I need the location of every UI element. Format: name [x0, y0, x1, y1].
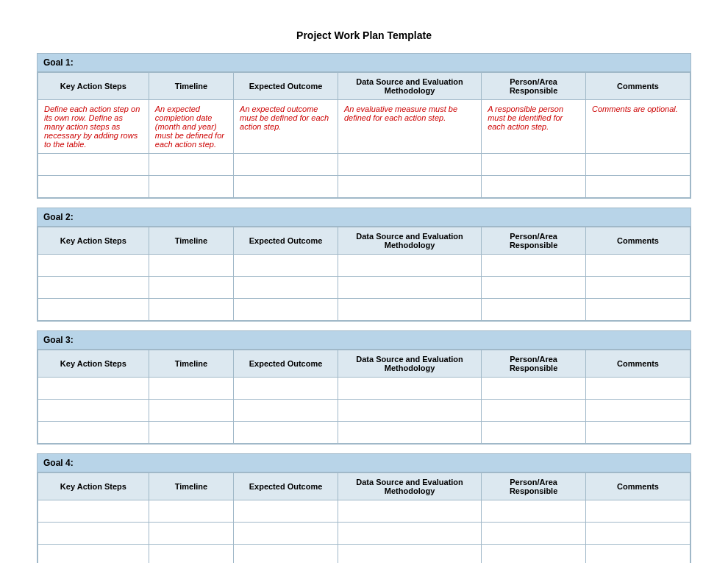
col-header-1: Timeline: [149, 350, 233, 378]
cell-timeline[interactable]: An expected completion date (month and y…: [149, 100, 233, 154]
goal-table-4: Key Action StepsTimelineExpected Outcome…: [38, 472, 690, 563]
cell-comments[interactable]: [586, 299, 690, 321]
cell-comments[interactable]: [586, 400, 690, 422]
table-row: Define each action step on its own row. …: [38, 100, 690, 154]
goal-header-3: Goal 3:: [38, 331, 690, 350]
cell-key_action[interactable]: [38, 400, 149, 422]
goal-header-2: Goal 2:: [38, 208, 690, 227]
cell-outcome[interactable]: [234, 299, 338, 321]
cell-comments[interactable]: [586, 154, 690, 176]
cell-timeline[interactable]: [149, 277, 233, 299]
cell-person[interactable]: [482, 422, 586, 444]
cell-datasource[interactable]: [338, 378, 481, 400]
cell-person[interactable]: [482, 523, 586, 545]
col-header-4: Person/Area Responsible: [482, 73, 586, 100]
cell-comments[interactable]: Comments are optional.: [586, 100, 690, 154]
col-header-3: Data Source and Evaluation Methodology: [338, 473, 481, 500]
cell-timeline[interactable]: [149, 378, 233, 400]
cell-key_action[interactable]: [38, 277, 149, 299]
cell-person[interactable]: A responsible person must be identified …: [482, 100, 586, 154]
cell-person[interactable]: [482, 545, 586, 564]
cell-outcome[interactable]: [234, 255, 338, 277]
cell-comments[interactable]: [586, 523, 690, 545]
col-header-0: Key Action Steps: [38, 473, 149, 500]
cell-outcome[interactable]: [234, 545, 338, 564]
cell-person[interactable]: [482, 277, 586, 299]
cell-datasource[interactable]: [338, 400, 481, 422]
cell-key_action[interactable]: [38, 500, 149, 523]
cell-key_action[interactable]: [38, 378, 149, 400]
cell-key_action[interactable]: [38, 299, 149, 321]
cell-datasource[interactable]: [338, 422, 481, 444]
cell-timeline[interactable]: [149, 176, 233, 198]
cell-person[interactable]: [482, 500, 586, 523]
cell-key_action[interactable]: [38, 523, 149, 545]
cell-outcome[interactable]: An expected outcome must be defined for …: [234, 100, 338, 154]
cell-person[interactable]: [482, 154, 586, 176]
table-row: [38, 545, 690, 564]
cell-person[interactable]: [482, 400, 586, 422]
cell-key_action[interactable]: [38, 176, 149, 198]
cell-outcome[interactable]: [234, 500, 338, 523]
col-header-0: Key Action Steps: [38, 350, 149, 378]
cell-key_action[interactable]: [38, 154, 149, 176]
cell-timeline[interactable]: [149, 422, 233, 444]
cell-person[interactable]: [482, 299, 586, 321]
cell-timeline[interactable]: [149, 400, 233, 422]
col-header-2: Expected Outcome: [234, 73, 338, 100]
cell-datasource[interactable]: [338, 277, 481, 299]
cell-timeline[interactable]: [149, 299, 233, 321]
cell-outcome[interactable]: [234, 154, 338, 176]
cell-outcome[interactable]: [234, 277, 338, 299]
table-row: [38, 154, 690, 176]
cell-person[interactable]: [482, 378, 586, 400]
cell-comments[interactable]: [586, 277, 690, 299]
cell-comments[interactable]: [586, 500, 690, 523]
cell-text-key_action: Define each action step on its own row. …: [44, 105, 140, 149]
cell-key_action[interactable]: Define each action step on its own row. …: [38, 100, 149, 154]
cell-datasource[interactable]: [338, 299, 481, 321]
table-row: [38, 299, 690, 321]
cell-outcome[interactable]: [234, 176, 338, 198]
cell-datasource[interactable]: [338, 255, 481, 277]
cell-outcome[interactable]: [234, 378, 338, 400]
table-header-row: Key Action StepsTimelineExpected Outcome…: [38, 227, 690, 255]
cell-text-person: A responsible person must be identified …: [488, 105, 563, 131]
goal-table-2: Key Action StepsTimelineExpected Outcome…: [38, 227, 690, 321]
table-row: [38, 378, 690, 400]
cell-datasource[interactable]: [338, 523, 481, 545]
cell-comments[interactable]: [586, 422, 690, 444]
cell-outcome[interactable]: [234, 400, 338, 422]
goal-section-3: Goal 3:Key Action StepsTimelineExpected …: [37, 330, 691, 445]
cell-key_action[interactable]: [38, 545, 149, 564]
cell-comments[interactable]: [586, 378, 690, 400]
table-row: [38, 400, 690, 422]
cell-outcome[interactable]: [234, 422, 338, 444]
cell-text-comments: Comments are optional.: [592, 105, 678, 113]
col-header-2: Expected Outcome: [234, 227, 338, 255]
cell-timeline[interactable]: [149, 500, 233, 523]
cell-timeline[interactable]: [149, 154, 233, 176]
cell-datasource[interactable]: [338, 500, 481, 523]
cell-outcome[interactable]: [234, 523, 338, 545]
cell-person[interactable]: [482, 255, 586, 277]
col-header-4: Person/Area Responsible: [482, 350, 586, 378]
cell-timeline[interactable]: [149, 523, 233, 545]
table-header-row: Key Action StepsTimelineExpected Outcome…: [38, 350, 690, 378]
cell-comments[interactable]: [586, 255, 690, 277]
col-header-1: Timeline: [149, 227, 233, 255]
table-header-row: Key Action StepsTimelineExpected Outcome…: [38, 473, 690, 500]
cell-person[interactable]: [482, 176, 586, 198]
cell-timeline[interactable]: [149, 255, 233, 277]
cell-datasource[interactable]: [338, 176, 481, 198]
cell-datasource[interactable]: An evaluative measure must be defined fo…: [338, 100, 481, 154]
cell-key_action[interactable]: [38, 255, 149, 277]
cell-comments[interactable]: [586, 176, 690, 198]
cell-comments[interactable]: [586, 545, 690, 564]
goal-section-2: Goal 2:Key Action StepsTimelineExpected …: [37, 208, 691, 322]
cell-datasource[interactable]: [338, 154, 481, 176]
cell-datasource[interactable]: [338, 545, 481, 564]
cell-timeline[interactable]: [149, 545, 233, 564]
cell-key_action[interactable]: [38, 422, 149, 444]
page-container: Project Work Plan Template Goal 1:Key Ac…: [29, 15, 699, 563]
